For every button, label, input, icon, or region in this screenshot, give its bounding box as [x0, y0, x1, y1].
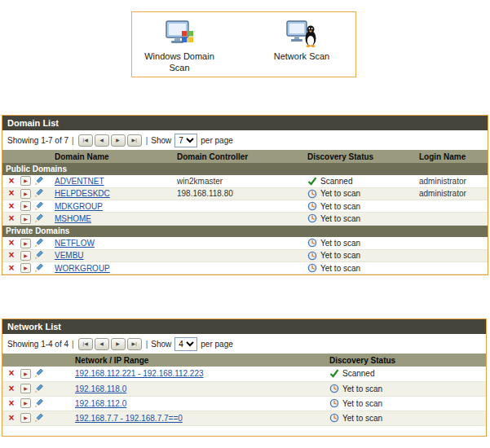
delete-icon[interactable]: × — [6, 202, 17, 211]
network-range-link[interactable]: 192.168.112.221 - 192.168.112.223 — [75, 369, 204, 378]
delete-icon[interactable]: × — [6, 414, 17, 423]
domain-name-link[interactable]: ADVENTNET — [55, 177, 104, 186]
scanned-check-icon — [307, 177, 317, 186]
domain-name-link[interactable]: MSHOME — [55, 214, 91, 223]
domain-name-link[interactable]: MDKGROUP — [55, 202, 103, 211]
domain-name-cell: ADVENTNET — [51, 175, 174, 187]
first-page-button[interactable]: |◀ — [78, 134, 93, 147]
last-page-button[interactable]: ▶| — [127, 134, 142, 147]
per-page-label: per page — [201, 340, 232, 349]
run-scan-icon[interactable]: ▶ — [20, 413, 31, 423]
network-range-link[interactable]: 192.168.118.0 — [75, 384, 126, 393]
delete-icon[interactable]: × — [6, 251, 17, 260]
domain-list-toolbar: Showing 1-7 of 7 | |◀ ◀ ▶ ▶| | Show 7 pe… — [2, 130, 488, 150]
yet-to-scan-icon — [307, 201, 317, 211]
delete-icon[interactable]: × — [6, 384, 17, 393]
run-scan-icon[interactable]: ▶ — [20, 369, 31, 379]
run-scan-icon[interactable]: ▶ — [20, 263, 31, 273]
separator: | — [146, 340, 148, 349]
discovery-status-cell: Yet to scan — [304, 249, 416, 261]
domain-row: ×▶MDKGROUPYet to scan — [2, 200, 488, 212]
edit-icon[interactable] — [34, 251, 46, 260]
discovery-status-text: Yet to scan — [320, 189, 360, 198]
windows-domain-scan-button[interactable]: Windows Domain Scan — [134, 19, 225, 74]
yet-to-scan-icon — [329, 398, 339, 408]
domain-name-link[interactable]: HELPDESKDC — [55, 189, 110, 198]
domain-controller-cell — [174, 237, 304, 249]
row-actions: ×▶ — [2, 200, 51, 212]
next-page-button[interactable]: ▶ — [111, 134, 126, 147]
domain-row: ×▶ADVENTNETwin2kmasterScannedadministrat… — [2, 175, 488, 187]
edit-icon[interactable] — [34, 189, 46, 198]
row-actions: ×▶ — [2, 367, 72, 381]
edit-icon[interactable] — [34, 239, 46, 248]
prev-page-button[interactable]: ◀ — [95, 134, 109, 147]
network-row: ×▶192.168.7.7 - 192.168.7.7==0Yet to sca… — [2, 411, 486, 425]
paging-info: Showing 1-7 of 7 — [7, 136, 68, 145]
login-name-cell: administrator — [416, 175, 488, 187]
yet-to-scan-icon — [307, 263, 317, 273]
delete-icon[interactable]: × — [6, 264, 17, 273]
separator: | — [146, 136, 148, 145]
edit-icon[interactable] — [34, 264, 46, 273]
discovery-status-text: Scanned — [320, 177, 352, 186]
delete-icon[interactable]: × — [6, 369, 17, 378]
actions-column-header — [2, 354, 72, 367]
domain-row: ×▶MSHOMEYet to scan — [2, 213, 488, 225]
row-actions: ×▶ — [2, 187, 51, 200]
run-scan-icon[interactable]: ▶ — [20, 176, 31, 186]
run-scan-icon[interactable]: ▶ — [20, 201, 31, 211]
edit-icon[interactable] — [34, 399, 46, 408]
row-actions: ×▶ — [2, 213, 51, 225]
delete-icon[interactable]: × — [6, 214, 17, 223]
domain-name-link[interactable]: NETFLOW — [55, 239, 95, 248]
run-scan-icon[interactable]: ▶ — [20, 398, 31, 408]
discovery-status-cell: Yet to scan — [326, 396, 486, 411]
run-scan-icon[interactable]: ▶ — [20, 214, 31, 224]
edit-icon[interactable] — [34, 214, 46, 223]
per-page-select[interactable]: 7 — [174, 134, 197, 147]
first-page-button[interactable]: |◀ — [78, 338, 93, 350]
discovery-status-cell: Yet to scan — [304, 261, 416, 274]
edit-icon[interactable] — [34, 384, 46, 393]
domain-name-cell: NETFLOW — [51, 237, 174, 249]
domain-name-cell: MDKGROUP — [51, 200, 174, 212]
domain-controller-cell: 198.168.118.80 — [174, 187, 304, 200]
edit-icon[interactable] — [34, 369, 46, 378]
show-label: Show — [151, 340, 171, 349]
run-scan-icon[interactable]: ▶ — [20, 239, 31, 248]
discovery-status-text: Scanned — [342, 369, 374, 378]
edit-icon[interactable] — [34, 177, 46, 186]
per-page-select[interactable]: 4 — [174, 337, 197, 351]
edit-icon[interactable] — [34, 202, 46, 211]
row-actions: ×▶ — [2, 261, 51, 274]
discovery-status-cell: Yet to scan — [304, 213, 416, 225]
windows-domain-scan-icon — [134, 19, 225, 50]
yet-to-scan-icon — [307, 213, 317, 223]
domain-controller-cell — [174, 261, 304, 274]
delete-icon[interactable]: × — [6, 177, 17, 186]
scan-options-panel: Windows Domain Scan Network Scan — [131, 11, 356, 77]
edit-icon[interactable] — [34, 414, 46, 423]
discovery-status-text: Yet to scan — [320, 264, 360, 273]
network-scan-button[interactable]: Network Scan — [256, 19, 347, 63]
network-range-link[interactable]: 192.168.7.7 - 192.168.7.7==0 — [75, 414, 183, 423]
row-actions: ×▶ — [2, 237, 51, 249]
run-scan-icon[interactable]: ▶ — [20, 189, 31, 199]
discovery-status-cell: Yet to scan — [326, 411, 486, 425]
domain-name-link[interactable]: VEMBU — [55, 251, 84, 260]
delete-icon[interactable]: × — [6, 189, 17, 198]
delete-icon[interactable]: × — [6, 239, 17, 248]
next-page-button[interactable]: ▶ — [111, 338, 126, 350]
domain-name-link[interactable]: WORKGROUP — [55, 264, 110, 273]
run-scan-icon[interactable]: ▶ — [20, 251, 31, 261]
domain-group-row: Private Domains — [2, 225, 488, 237]
network-range-link[interactable]: 192.168.112.0 — [75, 399, 126, 408]
discovery-status-cell: Yet to scan — [304, 200, 416, 212]
prev-page-button[interactable]: ◀ — [95, 338, 109, 350]
row-actions: ×▶ — [2, 381, 72, 396]
last-page-button[interactable]: ▶| — [127, 338, 142, 350]
delete-icon[interactable]: × — [6, 399, 17, 408]
network-range-cell: 192.168.112.0 — [72, 396, 326, 411]
run-scan-icon[interactable]: ▶ — [20, 384, 31, 393]
